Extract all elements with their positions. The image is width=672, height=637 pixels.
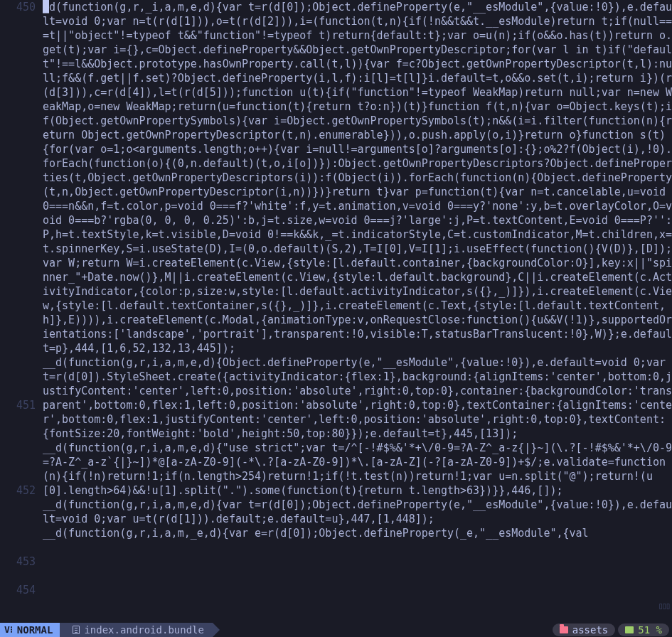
line-number: 453	[0, 555, 36, 569]
line-number	[0, 540, 36, 555]
line-number	[0, 71, 36, 85]
code-line[interactable]: __d(function(g,r,i,a,m,_e,d){var e=r(d[0…	[43, 527, 589, 540]
line-number	[0, 199, 36, 213]
line-number: 452	[0, 483, 36, 498]
line-number	[0, 85, 36, 100]
line-number	[0, 57, 36, 71]
mode-indicator: V⁝ NORMAL	[0, 623, 60, 637]
percent-text: 51 %	[638, 623, 662, 637]
line-number	[0, 512, 36, 526]
vim-icon: V⁝	[4, 623, 13, 637]
line-number	[0, 213, 36, 228]
line-number	[0, 142, 36, 156]
line-number	[0, 156, 36, 171]
statusbar-spacer	[213, 623, 553, 637]
line-number	[0, 100, 36, 114]
line-number	[0, 171, 36, 185]
line-number	[0, 427, 36, 441]
code-line[interactable]: __d(function(g,r,i,a,m,e,d){Object.defin…	[43, 356, 672, 440]
line-number	[0, 526, 36, 540]
line-number: 451	[0, 398, 36, 412]
line-number	[0, 128, 36, 142]
line-number	[0, 228, 36, 242]
line-number	[0, 412, 36, 427]
line-number	[0, 498, 36, 512]
statusbar-right: assets 51 %	[553, 623, 672, 637]
line-number: 454	[0, 583, 36, 597]
scroll-indicator: ▯▯▯	[651, 599, 672, 609]
line-number	[0, 14, 36, 28]
folder-name: assets	[572, 623, 609, 637]
mode-text: NORMAL	[17, 623, 53, 637]
progress-icon	[625, 626, 634, 633]
line-number	[0, 384, 36, 398]
line-number	[0, 469, 36, 483]
folder-icon	[560, 626, 568, 633]
line-number	[0, 370, 36, 384]
line-number	[0, 313, 36, 327]
line-number	[0, 284, 36, 299]
code-line[interactable]: __d(function(g,r,i,a,m,e,d){"use strict"…	[43, 441, 672, 497]
line-number	[0, 441, 36, 455]
line-number	[0, 355, 36, 370]
line-number	[0, 341, 36, 355]
line-number-gutter: 450451452453454	[0, 0, 40, 623]
line-number: 450	[0, 0, 36, 14]
line-number	[0, 43, 36, 57]
folder-badge: assets	[553, 623, 616, 636]
scroll-percent-badge: 51 %	[618, 623, 669, 636]
line-number	[0, 299, 36, 313]
line-number	[0, 28, 36, 43]
line-number	[0, 114, 36, 128]
file-icon	[73, 626, 80, 634]
code-area[interactable]: _d(function(g,r,_i,a,m,e,d){var t=r(d[0]…	[43, 0, 672, 623]
cursor	[43, 0, 49, 13]
filename-text: index.android.bundle	[84, 623, 204, 637]
line-number	[0, 256, 36, 270]
line-number	[0, 569, 36, 583]
line-number	[0, 242, 36, 256]
editor-viewport: 450451452453454 _d(function(g,r,_i,a,m,e…	[0, 0, 672, 623]
code-line[interactable]: _d(function(g,r,_i,a,m,e,d){var t=r(d[0]…	[43, 1, 672, 355]
filename-segment: index.android.bundle	[60, 623, 213, 637]
code-line[interactable]: __d(function(g,r,i,a,m,e,d){var t=r(d[0]…	[43, 498, 672, 525]
line-number	[0, 270, 36, 284]
line-number	[0, 185, 36, 199]
line-number	[0, 327, 36, 341]
statusbar: V⁝ NORMAL index.android.bundle assets 51…	[0, 623, 672, 637]
line-number	[0, 455, 36, 469]
